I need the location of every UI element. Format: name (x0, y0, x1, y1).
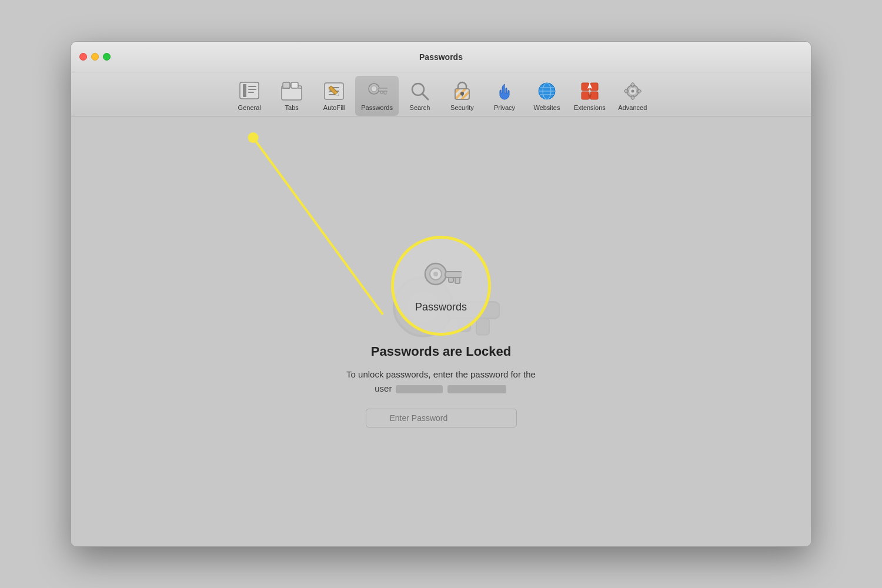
tab-autofill-label: AutoFill (323, 104, 345, 111)
autofill-icon (322, 79, 346, 103)
svg-rect-2 (248, 86, 256, 87)
svg-rect-62 (445, 272, 462, 278)
maximize-button[interactable] (103, 53, 111, 61)
svg-rect-37 (582, 83, 589, 91)
svg-rect-31 (462, 93, 463, 96)
username-redacted-2 (447, 385, 506, 393)
websites-icon (535, 79, 559, 103)
privacy-icon (493, 79, 516, 103)
enter-password-input[interactable] (366, 409, 517, 427)
username-redacted-1 (396, 385, 443, 393)
tab-tabs-label: Tabs (285, 104, 299, 111)
svg-rect-19 (384, 91, 386, 94)
search-icon (408, 79, 432, 103)
svg-rect-0 (240, 82, 259, 99)
svg-point-17 (371, 86, 377, 92)
svg-rect-20 (380, 91, 383, 93)
svg-rect-64 (449, 278, 453, 282)
svg-rect-38 (590, 83, 598, 91)
tab-security-label: Security (450, 104, 474, 111)
locked-description-line2: user (375, 383, 392, 393)
svg-rect-39 (582, 92, 589, 99)
tab-security[interactable]: Security (441, 76, 483, 116)
svg-rect-40 (590, 92, 598, 99)
svg-rect-3 (248, 89, 256, 90)
general-icon (238, 79, 261, 103)
tabs-icon (280, 79, 303, 103)
close-button[interactable] (79, 53, 87, 61)
tab-autofill[interactable]: AutoFill (313, 76, 355, 116)
locked-description: To unlock passwords, enter the password … (346, 368, 536, 396)
tab-websites[interactable]: Websites (526, 76, 568, 116)
locked-description-line1: To unlock passwords, enter the password … (346, 369, 536, 379)
svg-rect-18 (378, 88, 387, 91)
security-icon (450, 79, 474, 103)
tab-extensions-label: Extensions (574, 104, 606, 111)
key-large-icon (420, 258, 462, 299)
locked-title: Passwords are Locked (371, 344, 511, 359)
tab-privacy-label: Privacy (494, 104, 515, 111)
svg-rect-63 (455, 278, 460, 283)
window-title: Passwords (419, 52, 463, 62)
toolbar: General Tabs (71, 72, 811, 116)
gear-icon (621, 79, 644, 103)
passwords-icon-label: Passwords (415, 301, 467, 313)
main-window: Passwords General (71, 41, 811, 547)
svg-rect-1 (243, 84, 246, 97)
tab-search-label: Search (410, 104, 430, 111)
tab-search[interactable]: Search (399, 76, 441, 116)
tab-advanced[interactable]: Advanced (612, 76, 654, 116)
tab-advanced-label: Advanced (618, 104, 647, 111)
content-area: Passwords Passwords are Locked To unlock… (71, 116, 811, 546)
svg-line-22 (422, 93, 428, 99)
tab-extensions[interactable]: Extensions (568, 76, 612, 116)
svg-point-61 (433, 272, 438, 276)
passwords-highlight-circle: Passwords (391, 236, 491, 336)
tab-websites-label: Websites (533, 104, 560, 111)
svg-rect-7 (291, 82, 298, 88)
tab-passwords-label: Passwords (361, 104, 393, 111)
svg-point-45 (631, 90, 634, 93)
tab-general[interactable]: General (228, 76, 270, 116)
svg-rect-6 (283, 82, 290, 88)
minimize-button[interactable] (91, 53, 99, 61)
traffic-lights (79, 53, 111, 61)
tab-passwords[interactable]: Passwords (355, 76, 399, 116)
title-bar: Passwords (71, 42, 811, 72)
tab-tabs[interactable]: Tabs (270, 76, 313, 116)
svg-point-66 (248, 132, 259, 143)
extensions-icon (578, 79, 602, 103)
key-icon (365, 79, 389, 103)
svg-rect-4 (248, 92, 254, 93)
center-panel: Passwords Passwords are Locked To unlock… (346, 236, 536, 427)
tab-general-label: General (238, 104, 261, 111)
tab-privacy[interactable]: Privacy (483, 76, 526, 116)
